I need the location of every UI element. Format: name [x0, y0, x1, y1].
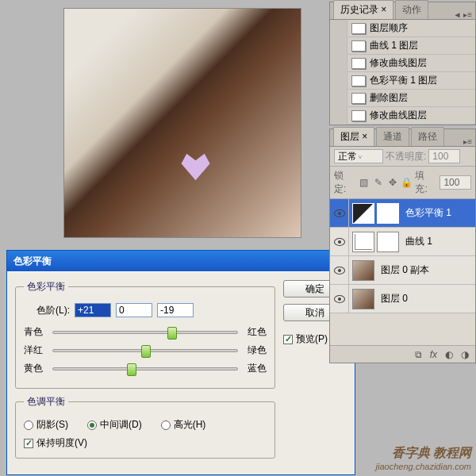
- visibility-toggle[interactable]: [330, 199, 349, 228]
- slider-yellow-blue: 黄色 蓝色: [24, 362, 267, 375]
- midtones-radio[interactable]: 中间调(D): [87, 418, 142, 432]
- history-panel: 历史记录 × 动作 ◄ ▸≡ 图层顺序曲线 1 图层修改曲线图层色彩平衡 1 图…: [329, 2, 476, 125]
- layer-thumb: [352, 289, 374, 309]
- history-step-icon: [351, 110, 366, 121]
- dialog-title: 色彩平衡: [13, 255, 336, 268]
- group-legend: 色调平衡: [24, 395, 68, 409]
- adjustment-thumb: [352, 232, 374, 252]
- mask-thumb: [377, 232, 399, 252]
- eye-icon: [334, 238, 345, 246]
- tab-channels[interactable]: 通道: [376, 127, 409, 146]
- mask-thumb: [377, 203, 399, 224]
- history-step-icon: [351, 40, 366, 52]
- color-balance-dialog: 色彩平衡 × 色彩平衡 色阶(L): 青色 红色 洋红: [6, 250, 355, 475]
- color-balance-group: 色彩平衡 色阶(L): 青色 红色 洋红 绿色: [15, 280, 275, 389]
- fx-icon[interactable]: fx: [430, 349, 437, 360]
- slider-track[interactable]: [52, 349, 238, 352]
- eye-icon: [334, 295, 345, 303]
- lock-paint-icon[interactable]: ✎: [373, 177, 384, 188]
- history-step-icon: [351, 23, 366, 34]
- history-step-icon: [351, 58, 366, 69]
- opacity-input[interactable]: 100: [428, 149, 460, 163]
- slider-thumb[interactable]: [127, 363, 136, 376]
- layer-row[interactable]: 图层 0 副本: [330, 256, 475, 285]
- history-item[interactable]: 曲线 1 图层: [330, 37, 475, 55]
- levels-label: 色阶(L):: [36, 304, 70, 317]
- highlights-radio[interactable]: 高光(H): [161, 418, 206, 432]
- level-cyan-red-input[interactable]: [75, 303, 111, 317]
- lock-all-icon[interactable]: 🔒: [401, 177, 412, 188]
- lock-transparency-icon[interactable]: ▧: [359, 177, 370, 188]
- tab-history[interactable]: 历史记录 ×: [333, 0, 393, 19]
- slider-cyan-red: 青色 红色: [24, 325, 267, 339]
- slider-track[interactable]: [52, 331, 238, 334]
- tone-balance-group: 色调平衡 阴影(S) 中间调(D) 高光(H) ✓保持明度(V): [15, 395, 275, 459]
- slider-thumb[interactable]: [141, 345, 151, 358]
- slider-track[interactable]: [52, 367, 238, 370]
- layer-row[interactable]: 色彩平衡 1: [330, 199, 475, 228]
- layer-thumb: [352, 260, 374, 281]
- layer-row[interactable]: 图层 0: [330, 285, 475, 313]
- tab-layers[interactable]: 图层 ×: [333, 127, 374, 146]
- panel-menu-icon[interactable]: ◄ ▸≡: [450, 10, 475, 19]
- document-canvas: [63, 8, 301, 238]
- tab-paths[interactable]: 路径: [411, 127, 444, 146]
- history-item[interactable]: 修改曲线图层: [330, 107, 475, 125]
- level-magenta-green-input[interactable]: [116, 303, 152, 317]
- mask-icon[interactable]: ◐: [445, 349, 453, 360]
- fill-label: 填充:: [415, 169, 436, 196]
- eye-icon: [334, 267, 345, 274]
- photo-content: [64, 9, 301, 237]
- history-item[interactable]: 色彩平衡 1 图层: [330, 72, 475, 90]
- history-step-icon: [351, 93, 366, 104]
- group-legend: 色彩平衡: [24, 280, 68, 294]
- lock-move-icon[interactable]: ✥: [387, 177, 398, 188]
- history-item[interactable]: 修改曲线图层: [330, 55, 475, 72]
- watermark: 香字典 教程网 jiaocheng.chazidian.com: [376, 445, 471, 471]
- dialog-titlebar[interactable]: 色彩平衡 ×: [7, 251, 355, 271]
- opacity-label: 不透明度:: [386, 150, 426, 163]
- visibility-toggle[interactable]: [330, 285, 349, 313]
- history-step-icon: [351, 75, 366, 86]
- layers-panel: 图层 × 通道 路径 ▸≡ 正常v 不透明度: 100 锁定: ▧ ✎ ✥ 🔒 …: [329, 129, 476, 363]
- shadows-radio[interactable]: 阴影(S): [24, 418, 68, 432]
- panel-menu-icon[interactable]: ▸≡: [460, 137, 475, 146]
- eye-icon: [334, 209, 345, 217]
- visibility-toggle[interactable]: [330, 228, 349, 256]
- layer-row[interactable]: 曲线 1: [330, 228, 475, 256]
- history-item[interactable]: 删除图层: [330, 90, 475, 107]
- adjustment-icon[interactable]: ◑: [461, 349, 469, 360]
- history-item[interactable]: 图层顺序: [330, 20, 475, 37]
- slider-magenta-green: 洋红 绿色: [24, 344, 267, 357]
- level-yellow-blue-input[interactable]: [157, 303, 194, 317]
- fill-input[interactable]: 100: [440, 175, 471, 190]
- visibility-toggle[interactable]: [330, 256, 349, 285]
- layers-footer: ⧉ fx ◐ ◑: [330, 345, 475, 363]
- blend-mode-select[interactable]: 正常v: [334, 149, 383, 163]
- lock-label: 锁定:: [334, 169, 355, 196]
- adjustment-thumb: [352, 203, 374, 224]
- tab-actions[interactable]: 动作: [395, 0, 428, 19]
- link-icon[interactable]: ⧉: [415, 349, 422, 360]
- preserve-luminosity-check[interactable]: ✓保持明度(V): [24, 436, 267, 450]
- slider-thumb[interactable]: [167, 327, 177, 340]
